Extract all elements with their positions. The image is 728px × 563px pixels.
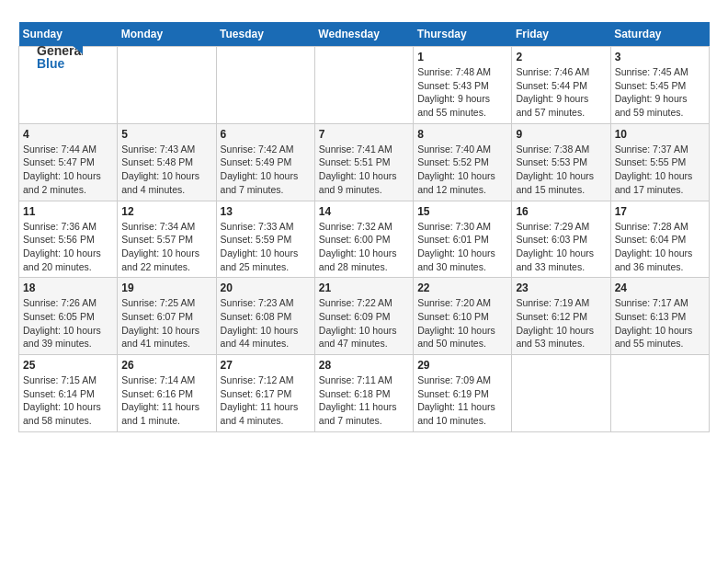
calendar-cell: 14Sunrise: 7:32 AMSunset: 6:00 PMDayligh… [314,201,413,278]
day-info: Sunrise: 7:22 AMSunset: 6:09 PMDaylight:… [319,296,409,350]
day-number: 24 [615,282,705,294]
weekday-header-saturday: Saturday [610,22,709,47]
day-info: Sunrise: 7:17 AMSunset: 6:13 PMDaylight:… [615,296,705,350]
calendar-cell [512,355,610,432]
week-row-1: 1Sunrise: 7:48 AMSunset: 5:43 PMDaylight… [19,47,710,124]
day-info: Sunrise: 7:40 AMSunset: 5:52 PMDaylight:… [417,143,507,197]
day-number: 6 [221,128,311,141]
day-info: Sunrise: 7:12 AMSunset: 6:17 PMDaylight:… [221,373,311,428]
calendar-cell [610,355,709,432]
day-info: Sunrise: 7:32 AMSunset: 6:00 PMDaylight:… [319,220,409,274]
day-number: 20 [221,282,311,294]
day-info: Sunrise: 7:20 AMSunset: 6:10 PMDaylight:… [417,296,507,350]
day-info: Sunrise: 7:34 AMSunset: 5:57 PMDaylight:… [121,220,211,274]
calendar-table: SundayMondayTuesdayWednesdayThursdayFrid… [18,22,710,432]
day-info: Sunrise: 7:25 AMSunset: 6:07 PMDaylight:… [121,296,211,350]
calendar-cell: 7Sunrise: 7:41 AMSunset: 5:51 PMDaylight… [314,123,413,201]
calendar-cell: 25Sunrise: 7:15 AMSunset: 6:14 PMDayligh… [19,355,118,432]
day-number: 27 [221,359,311,372]
day-info: Sunrise: 7:37 AMSunset: 5:55 PMDaylight:… [615,143,705,197]
calendar-cell: 11Sunrise: 7:36 AMSunset: 5:56 PMDayligh… [19,201,118,278]
calendar-cell: 20Sunrise: 7:23 AMSunset: 6:08 PMDayligh… [216,278,314,355]
day-number: 21 [319,282,409,294]
day-number: 3 [615,51,705,63]
weekday-header-monday: Monday [118,22,216,47]
calendar-cell: 17Sunrise: 7:28 AMSunset: 6:04 PMDayligh… [610,201,709,278]
day-number: 8 [417,128,507,141]
day-number: 10 [615,128,705,141]
day-number: 18 [23,282,113,294]
day-info: Sunrise: 7:14 AMSunset: 6:16 PMDaylight:… [121,373,211,428]
calendar-cell: 28Sunrise: 7:11 AMSunset: 6:18 PMDayligh… [314,355,413,432]
day-info: Sunrise: 7:42 AMSunset: 5:49 PMDaylight:… [221,143,311,197]
calendar-cell: 12Sunrise: 7:34 AMSunset: 5:57 PMDayligh… [118,201,216,278]
calendar-cell: 26Sunrise: 7:14 AMSunset: 6:16 PMDayligh… [118,355,216,432]
calendar-cell: 29Sunrise: 7:09 AMSunset: 6:19 PMDayligh… [414,355,512,432]
calendar-cell: 13Sunrise: 7:33 AMSunset: 5:59 PMDayligh… [216,201,314,278]
day-number: 25 [23,359,113,372]
calendar-cell: 19Sunrise: 7:25 AMSunset: 6:07 PMDayligh… [118,278,216,355]
week-row-5: 25Sunrise: 7:15 AMSunset: 6:14 PMDayligh… [19,355,710,432]
day-info: Sunrise: 7:46 AMSunset: 5:44 PMDaylight:… [516,65,606,120]
day-number: 7 [319,128,409,141]
day-number: 14 [319,205,409,218]
day-number: 2 [516,51,606,63]
day-number: 12 [121,205,211,218]
week-row-3: 11Sunrise: 7:36 AMSunset: 5:56 PMDayligh… [19,201,710,278]
svg-text:Blue: Blue [37,56,65,71]
weekday-header-thursday: Thursday [414,22,512,47]
day-info: Sunrise: 7:33 AMSunset: 5:59 PMDaylight:… [221,220,311,274]
calendar-cell: 21Sunrise: 7:22 AMSunset: 6:09 PMDayligh… [314,278,413,355]
calendar-cell [118,47,216,124]
day-number: 16 [516,205,606,218]
calendar-cell: 1Sunrise: 7:48 AMSunset: 5:43 PMDaylight… [414,47,512,124]
calendar-cell: 6Sunrise: 7:42 AMSunset: 5:49 PMDaylight… [216,123,314,201]
day-number: 11 [23,205,113,218]
day-info: Sunrise: 7:30 AMSunset: 6:01 PMDaylight:… [417,220,507,274]
day-info: Sunrise: 7:45 AMSunset: 5:45 PMDaylight:… [615,65,705,120]
week-row-2: 4Sunrise: 7:44 AMSunset: 5:47 PMDaylight… [19,123,710,201]
week-row-4: 18Sunrise: 7:26 AMSunset: 6:05 PMDayligh… [19,278,710,355]
weekday-header-row: SundayMondayTuesdayWednesdayThursdayFrid… [19,22,710,47]
calendar-cell: 18Sunrise: 7:26 AMSunset: 6:05 PMDayligh… [19,278,118,355]
calendar-cell: 23Sunrise: 7:19 AMSunset: 6:12 PMDayligh… [512,278,610,355]
calendar-cell: 2Sunrise: 7:46 AMSunset: 5:44 PMDaylight… [512,47,610,124]
calendar-cell: 24Sunrise: 7:17 AMSunset: 6:13 PMDayligh… [610,278,709,355]
calendar-cell [216,47,314,124]
calendar-cell: 9Sunrise: 7:38 AMSunset: 5:53 PMDaylight… [512,123,610,201]
calendar-cell: 22Sunrise: 7:20 AMSunset: 6:10 PMDayligh… [414,278,512,355]
day-info: Sunrise: 7:43 AMSunset: 5:48 PMDaylight:… [121,143,211,197]
day-info: Sunrise: 7:23 AMSunset: 6:08 PMDaylight:… [221,296,311,350]
day-info: Sunrise: 7:09 AMSunset: 6:19 PMDaylight:… [417,373,507,428]
logo: General Blue [37,40,83,73]
weekday-header-friday: Friday [512,22,610,47]
day-number: 15 [417,205,507,218]
day-number: 19 [121,282,211,294]
day-number: 5 [121,128,211,141]
calendar-cell: 5Sunrise: 7:43 AMSunset: 5:48 PMDaylight… [118,123,216,201]
day-number: 17 [615,205,705,218]
day-info: Sunrise: 7:19 AMSunset: 6:12 PMDaylight:… [516,296,606,350]
day-info: Sunrise: 7:44 AMSunset: 5:47 PMDaylight:… [23,143,113,197]
day-number: 1 [417,51,507,63]
day-number: 9 [516,128,606,141]
calendar-cell: 10Sunrise: 7:37 AMSunset: 5:55 PMDayligh… [610,123,709,201]
calendar-cell: 3Sunrise: 7:45 AMSunset: 5:45 PMDaylight… [610,47,709,124]
day-info: Sunrise: 7:29 AMSunset: 6:03 PMDaylight:… [516,220,606,274]
calendar-cell: 16Sunrise: 7:29 AMSunset: 6:03 PMDayligh… [512,201,610,278]
calendar-cell: 27Sunrise: 7:12 AMSunset: 6:17 PMDayligh… [216,355,314,432]
calendar-cell: 8Sunrise: 7:40 AMSunset: 5:52 PMDaylight… [414,123,512,201]
day-info: Sunrise: 7:11 AMSunset: 6:18 PMDaylight:… [319,373,409,428]
day-number: 28 [319,359,409,372]
day-info: Sunrise: 7:48 AMSunset: 5:43 PMDaylight:… [417,65,507,120]
day-info: Sunrise: 7:28 AMSunset: 6:04 PMDaylight:… [615,220,705,274]
calendar-cell: 15Sunrise: 7:30 AMSunset: 6:01 PMDayligh… [414,201,512,278]
day-number: 23 [516,282,606,294]
day-number: 26 [121,359,211,372]
day-number: 13 [221,205,311,218]
weekday-header-wednesday: Wednesday [314,22,413,47]
calendar-cell: 4Sunrise: 7:44 AMSunset: 5:47 PMDaylight… [19,123,118,201]
day-info: Sunrise: 7:26 AMSunset: 6:05 PMDaylight:… [23,296,113,350]
day-number: 22 [417,282,507,294]
day-info: Sunrise: 7:36 AMSunset: 5:56 PMDaylight:… [23,220,113,274]
